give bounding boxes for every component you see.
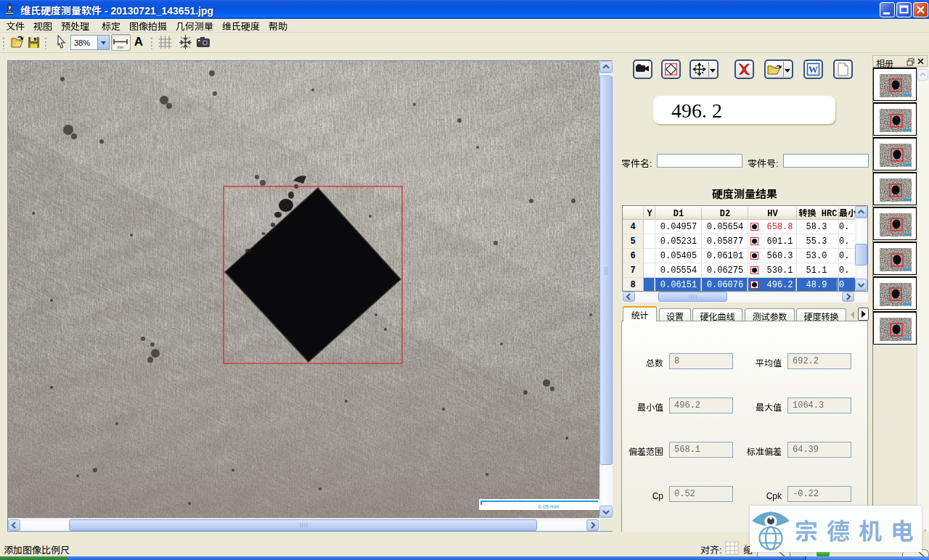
- svg-text:mm: mm: [118, 45, 123, 49]
- svg-text:W: W: [809, 64, 818, 75]
- svg-text:0.05 mm: 0.05 mm: [538, 503, 559, 510]
